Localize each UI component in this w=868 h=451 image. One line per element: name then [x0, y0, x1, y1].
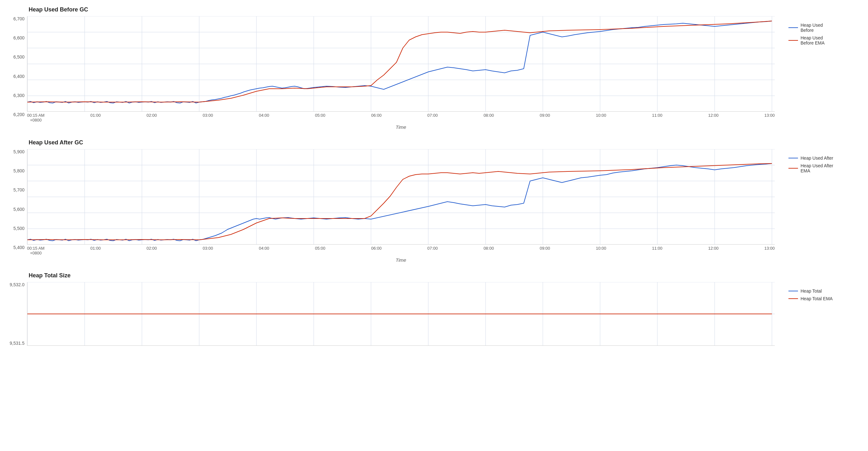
legend-color-total-1 — [788, 291, 798, 291]
chart-with-axes-total: 9,532.0 9,531.5 — [3, 282, 782, 346]
chart-area-after: 5,900 5,800 5,700 5,600 5,500 5,400 — [3, 149, 865, 263]
chart-heap-used-before: Heap Used Before GC 6,700 6,600 6,500 6,… — [3, 6, 865, 130]
x-axis-title-after: Time — [27, 257, 775, 263]
legend-item-1: Heap UsedBefore — [788, 23, 865, 33]
chart-plot-before: 00:15 AM+0800 01:00 02:00 03:00 04:00 05… — [27, 16, 782, 130]
legend-after: Heap Used After Heap Used AfterEMA — [782, 149, 865, 263]
svg-before — [27, 16, 775, 111]
y-axis-before: 6,700 6,600 6,500 6,400 6,300 6,200 — [3, 16, 27, 117]
legend-item-total-2: Heap Total EMA — [788, 296, 865, 301]
chart-with-axes-after: 5,900 5,800 5,700 5,600 5,500 5,400 — [3, 149, 782, 263]
legend-before: Heap UsedBefore Heap UsedBefore EMA — [782, 16, 865, 130]
legend-total: Heap Total Heap Total EMA — [782, 282, 865, 346]
chart-with-axes-before: 6,700 6,600 6,500 6,400 6,300 6,200 — [3, 16, 782, 130]
legend-color-after-1 — [788, 158, 798, 158]
legend-item-2: Heap UsedBefore EMA — [788, 35, 865, 45]
y-axis-after: 5,900 5,800 5,700 5,600 5,500 5,400 — [3, 149, 27, 250]
chart-title-after: Heap Used After GC — [29, 139, 865, 146]
line-heap-used-after — [27, 163, 772, 241]
x-axis-before: 00:15 AM+0800 01:00 02:00 03:00 04:00 05… — [27, 111, 775, 123]
page-container: Heap Used Before GC 6,700 6,600 6,500 6,… — [0, 0, 868, 362]
line-heap-used-before — [27, 21, 772, 103]
chart-heap-total: Heap Total Size 9,532.0 9,531.5 — [3, 272, 865, 346]
chart-plot-total — [27, 282, 782, 346]
legend-item-after-1: Heap Used After — [788, 156, 865, 161]
chart-title-before: Heap Used Before GC — [29, 6, 865, 13]
legend-color-1 — [788, 27, 798, 28]
chart-area-before: 6,700 6,600 6,500 6,400 6,300 6,200 — [3, 16, 865, 130]
legend-item-total-1: Heap Total — [788, 288, 865, 294]
svg-after — [27, 149, 775, 245]
legend-label-after-1: Heap Used After — [801, 156, 833, 161]
x-axis-after: 00:15 AM+0800 01:00 02:00 03:00 04:00 05… — [27, 245, 775, 255]
chart-heap-used-after: Heap Used After GC 5,900 5,800 5,700 5,6… — [3, 139, 865, 263]
legend-label-1: Heap UsedBefore — [801, 23, 823, 33]
legend-label-total-1: Heap Total — [801, 288, 822, 294]
chart-plot-after: 00:15 AM+0800 01:00 02:00 03:00 04:00 05… — [27, 149, 782, 263]
legend-color-total-2 — [788, 298, 798, 299]
x-axis-title-before: Time — [27, 124, 775, 130]
chart-title-total: Heap Total Size — [29, 272, 865, 279]
legend-color-after-2 — [788, 168, 798, 168]
legend-item-after-2: Heap Used AfterEMA — [788, 163, 865, 173]
line-heap-used-before-ema — [27, 21, 772, 102]
legend-label-2: Heap UsedBefore EMA — [801, 35, 825, 45]
line-heap-used-after-ema — [27, 163, 772, 240]
legend-label-after-2: Heap Used AfterEMA — [801, 163, 833, 173]
legend-color-2 — [788, 40, 798, 41]
y-axis-total: 9,532.0 9,531.5 — [3, 282, 27, 346]
svg-total — [27, 282, 775, 346]
legend-label-total-2: Heap Total EMA — [801, 296, 833, 301]
chart-area-total: 9,532.0 9,531.5 — [3, 282, 865, 346]
